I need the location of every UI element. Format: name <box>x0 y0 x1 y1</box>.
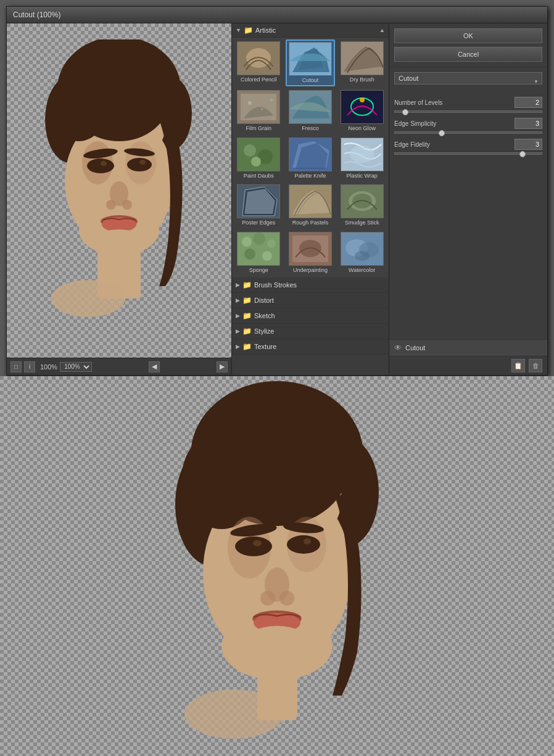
filter-item-film-grain[interactable]: Film Grain <box>234 88 284 134</box>
filter-thumb-neon-glow <box>341 90 384 124</box>
filter-item-plastic-wrap[interactable]: Plastic Wrap <box>337 136 387 181</box>
filter-item-colored-pencil[interactable]: Colored Pencil <box>234 39 284 86</box>
brush-strokes-header[interactable]: ▶ 📁 Brush Strokes <box>232 277 389 293</box>
zoom-display: 100% <box>40 363 57 371</box>
filter-item-fresco[interactable]: Fresco <box>286 88 336 134</box>
edge-fidelity-slider-track[interactable] <box>394 152 542 155</box>
stylize-label: Stylize <box>254 327 274 335</box>
levels-input[interactable] <box>515 97 542 108</box>
edge-simplicity-label: Edge Simplicity <box>394 120 511 127</box>
edge-simplicity-param-row: Edge Simplicity <box>394 118 542 129</box>
svg-point-32 <box>261 108 263 110</box>
artistic-category-header[interactable]: ▼ 📁 Artistic ▲ <box>232 23 389 38</box>
edge-simplicity-slider-track[interactable] <box>394 131 542 134</box>
svg-rect-35 <box>341 91 383 123</box>
levels-slider-row <box>394 110 542 113</box>
stylize-header[interactable]: ▶ 📁 Stylize <box>232 324 389 339</box>
filter-thumb-smudge-stick <box>341 184 384 218</box>
filter-item-underpainting[interactable]: Underpainting <box>286 230 336 276</box>
filter-thumb-rough-pastels <box>289 184 332 218</box>
texture-header[interactable]: ▶ 📁 Texture <box>232 339 389 355</box>
filter-name-underpainting: Underpainting <box>293 267 328 274</box>
svg-point-22 <box>94 229 144 254</box>
distort-header[interactable]: ▶ 📁 Distort <box>232 293 389 308</box>
filter-item-dry-brush[interactable]: Dry Brush <box>337 39 387 86</box>
levels-slider-thumb[interactable] <box>402 109 408 115</box>
layer-actions: 📋 🗑 <box>389 356 547 375</box>
svg-point-82 <box>304 538 311 544</box>
stylize-folder-icon: 📁 <box>242 327 252 335</box>
levels-slider-track[interactable] <box>394 110 542 113</box>
svg-point-23 <box>51 280 125 317</box>
stylize-arrow: ▶ <box>236 328 240 334</box>
filter-item-sponge[interactable]: Sponge <box>234 230 284 276</box>
actual-size-btn[interactable]: i <box>24 361 35 372</box>
filter-item-watercolor[interactable]: Watercolor <box>337 230 387 276</box>
filter-name-plastic-wrap: Plastic Wrap <box>346 173 377 179</box>
texture-folder-icon: 📁 <box>242 342 252 351</box>
filter-thumb-sponge <box>237 232 280 266</box>
svg-point-73 <box>181 430 262 529</box>
next-btn[interactable]: ▶ <box>217 361 228 372</box>
sketch-folder-icon: 📁 <box>242 311 252 320</box>
artistic-category-label: Artistic <box>255 27 276 34</box>
filter-item-smudge-stick[interactable]: Smudge Stick <box>337 183 387 228</box>
edge-simplicity-input[interactable] <box>515 118 542 129</box>
filter-thumb-poster-edges <box>237 184 280 218</box>
dialog-title: Cutout (100%) <box>13 10 60 19</box>
main-canvas-image <box>154 381 400 751</box>
duplicate-layer-btn[interactable]: 📋 <box>511 359 525 372</box>
edge-fidelity-slider-thumb[interactable] <box>519 151 526 157</box>
svg-point-15 <box>101 161 107 166</box>
svg-point-90 <box>184 689 283 739</box>
svg-point-85 <box>279 591 294 606</box>
texture-label: Texture <box>254 343 276 350</box>
filter-name-dry-brush: Dry Brush <box>350 76 374 83</box>
sketch-header[interactable]: ▶ 📁 Sketch <box>232 308 389 324</box>
layer-visibility-icon[interactable]: 👁 <box>394 343 402 352</box>
edge-simplicity-slider-thumb[interactable] <box>439 130 445 136</box>
preview-toolbar: □ i 100% 100% ◀ ▶ <box>7 358 231 375</box>
filter-item-cutout[interactable]: Cutout <box>286 39 336 86</box>
collapse-icon[interactable]: ▲ <box>379 27 385 33</box>
folder-icon: 📁 <box>244 26 253 35</box>
fit-view-btn[interactable]: □ <box>10 361 22 372</box>
zoom-dropdown[interactable]: 100% <box>60 362 92 372</box>
edge-fidelity-input[interactable] <box>515 139 542 150</box>
prev-btn[interactable]: ◀ <box>149 361 160 372</box>
filter-thumb-cutout <box>289 42 332 76</box>
filter-item-rough-pastels[interactable]: Rough Pastels <box>286 183 336 228</box>
filter-name-palette-knife: Palette Knife <box>294 173 326 179</box>
filter-item-palette-knife[interactable]: Palette Knife <box>286 136 336 181</box>
expand-arrow-icon: ▼ <box>236 27 241 33</box>
filter-name-paint-daubs: Paint Daubs <box>244 173 274 179</box>
delete-layer-btn[interactable]: 🗑 <box>529 359 542 372</box>
edge-fidelity-slider-row <box>394 152 542 155</box>
svg-point-19 <box>122 200 132 210</box>
dialog-titlebar: Cutout (100%) <box>7 7 547 23</box>
filter-name-smudge-stick: Smudge Stick <box>345 220 379 226</box>
filter-name-watercolor: Watercolor <box>349 267 375 274</box>
cancel-button[interactable]: Cancel <box>394 47 542 62</box>
distort-label: Distort <box>254 297 274 304</box>
svg-point-37 <box>360 97 365 102</box>
levels-label: Number of Levels <box>394 99 511 106</box>
filter-gallery-dialog: Cutout (100%) <box>6 6 548 376</box>
filter-panel: ▼ 📁 Artistic ▲ Colored Pencil <box>232 23 389 375</box>
filter-name-neon-glow: Neon Glow <box>348 125 376 132</box>
filter-item-poster-edges[interactable]: Poster Edges <box>234 183 284 228</box>
ok-button[interactable]: OK <box>394 28 542 43</box>
svg-point-80 <box>287 535 320 554</box>
filter-item-neon-glow[interactable]: Neon Glow <box>337 88 387 134</box>
settings-controls: Cutout ▼ Number of Levels Edge Simplici <box>389 67 547 339</box>
svg-point-66 <box>355 251 370 261</box>
brush-strokes-arrow: ▶ <box>236 282 240 288</box>
filter-dropdown[interactable]: Cutout <box>394 72 542 84</box>
filter-item-paint-daubs[interactable]: Paint Daubs <box>234 136 284 181</box>
filter-name-fresco: Fresco <box>302 125 319 132</box>
svg-point-39 <box>244 144 256 157</box>
svg-point-16 <box>139 160 146 165</box>
svg-point-88 <box>243 626 311 660</box>
distort-folder-icon: 📁 <box>242 296 252 305</box>
preview-panel: □ i 100% 100% ◀ ▶ <box>7 23 232 375</box>
